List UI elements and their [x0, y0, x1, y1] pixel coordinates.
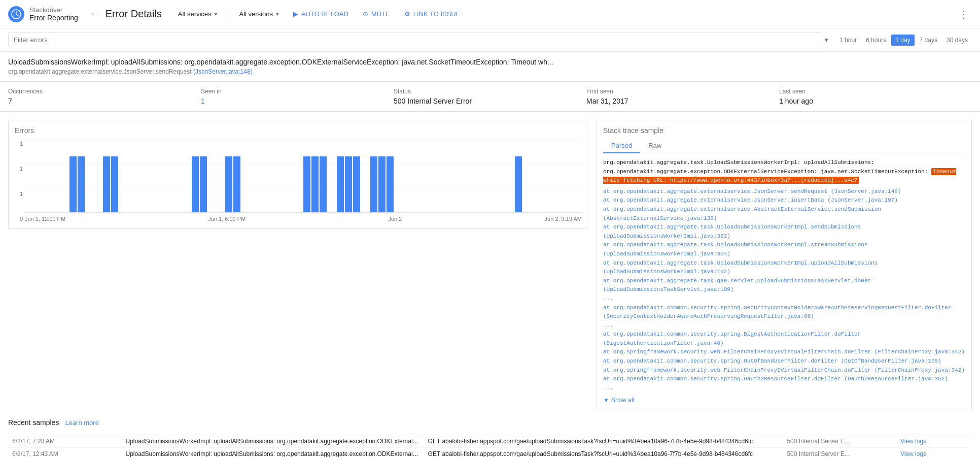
stack-frame: at org.opendatakit.aggregate.externalser…	[603, 196, 965, 205]
cell-viewlogs[interactable]: View logs	[896, 448, 972, 457]
page-title: Error Details	[106, 8, 162, 20]
stat-label: Last seen	[779, 88, 964, 95]
chart-x-label: Jun 1, 6:00 PM	[208, 216, 246, 222]
col-url	[424, 431, 783, 435]
cell-error: UploadSubmissionsWorkerImpl: uploadAllSu…	[122, 435, 424, 448]
time-filter-button[interactable]: 1 hour	[835, 35, 861, 46]
cell-status: 500 Internal Server E...	[783, 448, 896, 457]
divider	[229, 9, 229, 19]
stack-tab-parsed[interactable]: Parsed	[603, 139, 640, 153]
error-header: UploadSubmissionsWorkerImpl: uploadAllSu…	[0, 52, 980, 82]
stat-value: 1 hour ago	[779, 97, 964, 105]
stack-tab-raw[interactable]: Raw	[640, 139, 670, 153]
chart-x-label: Jun 2, 9:19 AM	[545, 216, 582, 222]
learn-more-link[interactable]: Learn more	[65, 419, 98, 427]
error-title: UploadSubmissionsWorkerImpl: uploadAllSu…	[8, 58, 972, 66]
filter-input[interactable]	[8, 32, 821, 47]
chart-x-label: Jun 2	[388, 216, 402, 222]
chart-bar	[111, 156, 118, 212]
stack-frame: ...	[603, 384, 965, 393]
chart-bar	[69, 156, 77, 212]
stack-frame: at org.opendatakit.common.security.sprin…	[603, 357, 965, 366]
stack-frame: at org.opendatakit.aggregate.task.Upload…	[603, 223, 965, 241]
time-filter-button[interactable]: 30 days	[942, 35, 972, 46]
table-header-row	[8, 431, 972, 435]
stat-label: Occurrences	[8, 88, 193, 95]
stat-value: Mar 31, 2017	[586, 97, 771, 105]
stack-trace-content: org.opendatakit.aggregate.task.UploadSub…	[603, 158, 965, 393]
chart-bar	[370, 156, 377, 212]
versions-dropdown[interactable]: All versions ▼	[235, 7, 284, 21]
view-logs-link[interactable]: View logs	[900, 438, 926, 445]
auto-reload-button[interactable]: ▶ AUTO RELOAD	[288, 7, 354, 21]
chart-bar	[103, 156, 110, 212]
main-content: Errors 1 1 1 0 Jun 1, 12:00 PMJun 1, 6:0…	[0, 112, 980, 418]
chart-bar	[387, 156, 394, 212]
chart-bar	[303, 156, 310, 212]
time-filter-button[interactable]: 1 day	[891, 35, 914, 46]
chart-title: Errors	[15, 126, 582, 135]
stack-frame: at org.opendatakit.common.security.sprin…	[603, 304, 965, 313]
link-icon: ⚙	[404, 10, 410, 18]
filter-bar: ▼ 1 hour6 hours1 day7 days30 days	[0, 28, 980, 52]
cell-timestamp: 6/2/17, 7:28 AM	[8, 435, 122, 448]
stat-link[interactable]: 1	[201, 97, 205, 105]
stack-frame: at org.opendatakit.aggregate.externalser…	[603, 187, 965, 197]
stat-label: Status	[394, 88, 578, 95]
samples-table: 6/2/17, 7:28 AMUploadSubmissionsWorkerIm…	[8, 431, 972, 457]
stat-item: First seenMar 31, 2017	[586, 88, 779, 105]
link-to-issue-button[interactable]: ⚙ LINK TO ISSUE	[399, 7, 466, 21]
header-controls: All services ▼ All versions ▼ ▶ AUTO REL…	[174, 5, 972, 23]
chart-bar	[320, 156, 327, 212]
cell-status: 500 Internal Server E...	[783, 435, 896, 448]
chevron-down-icon: ▼	[275, 11, 280, 17]
view-logs-link[interactable]: View logs	[900, 450, 926, 457]
stack-main-line: org.opendatakit.aggregate.task.UploadSub…	[603, 158, 965, 185]
chevron-down-icon: ▼	[214, 11, 219, 17]
col-error	[122, 431, 424, 435]
stat-value: 500 Internal Server Error	[394, 97, 578, 105]
grid-line	[25, 141, 582, 141]
mute-icon: ⊙	[363, 10, 368, 18]
back-button[interactable]: ←	[90, 9, 99, 19]
stack-frame: at org.opendatakit.aggregate.task.gae.se…	[603, 277, 965, 295]
stack-frame: at org.opendatakit.aggregate.task.Upload…	[603, 241, 965, 258]
stat-item: Status500 Internal Server Error	[394, 88, 586, 105]
highlight-span: Timeout while fetching URL: https://www.…	[603, 168, 956, 184]
stack-title: Stack trace sample	[603, 126, 965, 135]
time-filter-button[interactable]: 7 days	[916, 35, 941, 46]
chart-x-labels: Jun 1, 12:00 PMJun 1, 6:00 PMJun 2Jun 2,…	[25, 216, 582, 222]
time-filter-button[interactable]: 6 hours	[862, 35, 890, 46]
back-icon: ←	[90, 9, 99, 19]
mute-button[interactable]: ⊙ MUTE	[358, 7, 395, 21]
table-row: 6/2/17, 7:28 AMUploadSubmissionsWorkerIm…	[8, 435, 972, 448]
chart-bar	[353, 156, 360, 212]
cell-timestamp: 6/2/17, 12:43 AM	[8, 448, 122, 457]
stat-item: Seen in1	[201, 88, 394, 105]
cell-error: UploadSubmissionsWorkerImpl: uploadAllSu…	[122, 448, 424, 457]
stat-item: Occurrences7	[8, 88, 201, 105]
error-subtitle-link[interactable]: (JsonServer.java:148)	[193, 68, 253, 75]
logo-icon	[8, 6, 24, 22]
cell-url: GET abalobi-fisher.appspot.com/gae/uploa…	[424, 448, 783, 457]
stack-frame: at org.opendatakit.aggregate.externalser…	[603, 205, 965, 223]
services-dropdown[interactable]: All services ▼	[174, 7, 223, 21]
cell-viewlogs[interactable]: View logs	[896, 435, 972, 448]
chart-bar	[192, 156, 199, 212]
stack-frame: at org.opendatakit.common.security.sprin…	[603, 375, 965, 384]
chart-bar	[233, 156, 240, 212]
logo-subtitle: Error Reporting	[29, 14, 78, 22]
recent-header: Recent samples Learn more	[8, 418, 972, 427]
filter-dropdown-icon: ▼	[823, 37, 829, 44]
stack-frame: at org.springframework.security.web.Filt…	[603, 366, 965, 375]
chart-bar	[225, 156, 232, 212]
stack-frame: ...	[603, 321, 965, 331]
show-all-button[interactable]: ▼ Show all	[603, 397, 634, 404]
more-options-button[interactable]: ⋮	[956, 5, 972, 23]
stack-tabs: ParsedRaw	[603, 139, 965, 153]
stack-frame: at org.springframework.security.web.Filt…	[603, 348, 965, 357]
logo-title: Stackdriver	[29, 6, 78, 14]
stack-frame: at org.opendatakit.common.security.sprin…	[603, 330, 965, 348]
stack-frame: (SecurityContextHolderAwareAuthPreservin…	[603, 312, 965, 321]
cell-url: GET abalobi-fisher.appspot.com/gae/uploa…	[424, 435, 783, 448]
